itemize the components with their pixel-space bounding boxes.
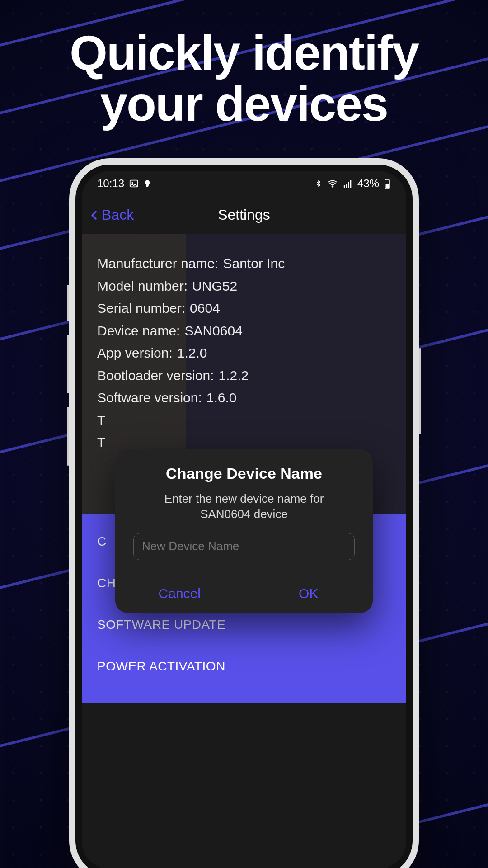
info-row: Bootloader version1.2.2 [97,364,391,387]
info-value: 0604 [190,301,220,316]
bulb-icon [143,179,151,189]
action-power-activation[interactable]: POWER ACTIVATION [97,646,391,687]
svg-rect-16 [344,185,345,188]
headline-line1: Quickly identify [70,25,418,80]
info-value: UNG52 [192,278,237,293]
info-value: 1.6.0 [206,390,237,405]
signal-icon [343,179,353,189]
info-label: Model number [97,278,188,293]
back-label: Back [102,207,134,223]
svg-rect-21 [386,179,388,179]
info-label: App version [97,345,173,360]
info-label: Software version [97,390,202,405]
info-label: Bootloader version [97,368,214,383]
svg-rect-19 [350,180,352,188]
svg-rect-17 [346,184,347,188]
headline-line2: your devices [100,76,388,131]
image-icon [129,179,139,189]
content-area: Manufacturer nameSantor Inc Model number… [82,234,406,868]
info-row: Software version1.6.0 [97,387,391,409]
info-value: 1.2.2 [219,368,249,383]
svg-point-15 [332,186,333,187]
svg-rect-22 [386,184,389,188]
svg-rect-14 [146,186,149,187]
info-label: Device name [97,323,180,338]
dialog-title: Change Device Name [115,449,373,487]
info-truncated-text: T [97,413,105,428]
promo-headline: Quickly identify your devices [0,27,488,130]
device-name-input[interactable] [133,533,355,560]
chevron-left-icon [89,207,100,223]
info-truncated-text: T [97,435,105,450]
info-value: Santor Inc [223,256,285,271]
dialog-message: Enter the new device name for SAN0604 de… [115,487,373,533]
info-row-truncated: T [97,409,391,432]
screen: 10:13 [82,171,406,868]
battery-icon [384,178,391,189]
info-label: Manufacturer name [97,256,218,271]
cancel-button[interactable]: Cancel [115,574,244,613]
info-row: Manufacturer nameSantor Inc [97,252,391,275]
info-row: Serial number0604 [97,297,391,320]
nav-bar: Back Settings [82,196,406,234]
info-row: App version1.2.0 [97,342,391,364]
wifi-icon [327,179,338,189]
statusbar-battery-pct: 43% [357,177,379,190]
bluetooth-icon [315,179,322,189]
info-row: Device nameSAN0604 [97,320,391,342]
status-bar: 10:13 [82,171,406,196]
change-device-name-dialog: Change Device Name Enter the new device … [115,449,373,613]
info-value: SAN0604 [184,323,242,338]
phone-mockup: 10:13 [69,158,419,868]
back-button[interactable]: Back [89,207,134,223]
statusbar-time: 10:13 [97,177,124,190]
info-value: 1.2.0 [177,345,207,360]
svg-point-13 [131,182,133,184]
ok-button[interactable]: OK [244,574,373,613]
info-label: Serial number [97,301,185,316]
info-row: Model numberUNG52 [97,275,391,297]
svg-rect-18 [348,182,349,188]
